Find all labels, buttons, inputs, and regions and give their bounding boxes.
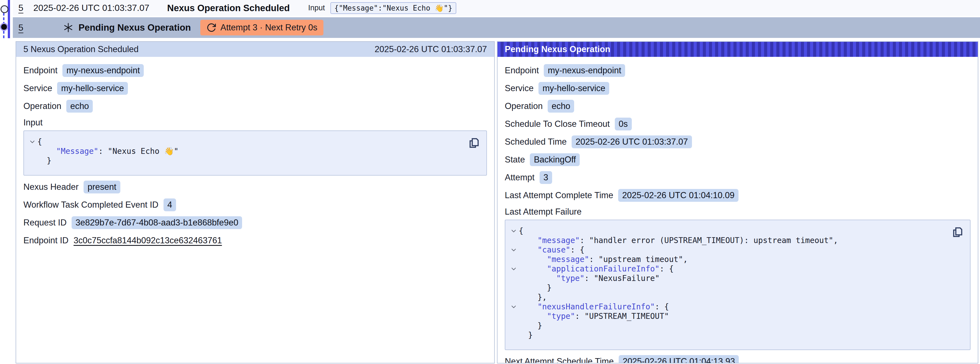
json-line-content: } — [519, 283, 552, 293]
field-row-nexus-header: Nexus Headerpresent — [24, 180, 487, 193]
field-label: Last Attempt Complete Time — [505, 190, 613, 200]
collapse-chevron-icon[interactable] — [509, 265, 519, 273]
json-text: : "Nexus Echo 👋" — [98, 147, 178, 156]
event-id-link[interactable]: 5 — [18, 3, 24, 13]
json-line: } — [27, 156, 467, 166]
event-input-label: Input — [308, 4, 325, 12]
json-line-content: "nexusHandlerFailureInfo": { — [519, 302, 669, 311]
event-detail-header-time: 2025-02-26 UTC 01:03:37.07 — [375, 44, 487, 54]
json-line: } — [509, 321, 950, 330]
pending-detail-panel: Pending Nexus Operation Endpointmy-nexus… — [497, 41, 978, 364]
copy-button[interactable] — [951, 226, 964, 239]
json-line: "applicationFailureInfo": { — [509, 264, 950, 274]
json-key: "nexusHandlerFailureInfo" — [537, 302, 655, 311]
collapse-chevron-icon[interactable] — [509, 246, 519, 254]
field-row-schedule-to-close-timeout: Schedule To Close Timeout0s — [505, 118, 970, 131]
json-line: { — [27, 137, 467, 147]
field-value-badge: 3e829b7e-7d67-4b08-aad3-b1e868bfe9e0 — [72, 216, 242, 229]
field-label: Last Attempt Failure — [505, 207, 582, 217]
json-text: } — [47, 156, 51, 165]
collapse-chevron-icon[interactable] — [509, 303, 519, 310]
field-row-endpoint: Endpointmy-nexus-endpoint — [24, 64, 487, 77]
field-value-badge: 3 — [539, 171, 552, 184]
json-text: }, — [537, 293, 547, 302]
json-line: } — [509, 283, 950, 293]
json-line-content: } — [519, 330, 533, 340]
pending-title: Pending Nexus Operation — [78, 22, 191, 33]
pending-operation-row[interactable]: 5 Pending Nexus Operation Attempt 3 · Ne… — [13, 17, 980, 38]
timeline-event-dot-filled — [1, 24, 7, 30]
field-row-state: StateBackingOff — [505, 153, 970, 166]
json-text: { — [37, 137, 42, 146]
collapse-chevron-icon[interactable] — [27, 138, 37, 145]
collapse-chevron-icon[interactable] — [509, 227, 519, 235]
json-key: "applicationFailureInfo" — [547, 264, 660, 273]
json-line-content: "type": "NexusFailure" — [519, 274, 660, 283]
json-line: } — [509, 330, 950, 340]
field-label: Schedule To Close Timeout — [505, 119, 610, 129]
field-label: Scheduled Time — [505, 137, 566, 147]
field-row-scheduled-time: Scheduled Time2025-02-26 UTC 01:03:37.07 — [505, 136, 970, 148]
json-key: "type" — [547, 311, 575, 321]
copy-button[interactable] — [468, 137, 480, 149]
json-text: : "handler error (UPSTREAM_TIMEOUT): ups… — [580, 236, 838, 245]
json-key: "message" — [547, 255, 589, 264]
json-line-content: "message": "upstream timeout", — [519, 255, 688, 264]
json-line: "type": "UPSTREAM_TIMEOUT" — [509, 311, 950, 321]
json-line-content: "type": "UPSTREAM_TIMEOUT" — [519, 311, 669, 321]
json-line: }, — [509, 293, 950, 302]
field-value-badge: my-nexus-endpoint — [544, 64, 625, 77]
field-row-last-attempt-complete-time: Last Attempt Complete Time2025-02-26 UTC… — [505, 189, 970, 202]
json-line: "cause": { — [509, 245, 950, 255]
json-text: { — [519, 226, 523, 236]
json-line: "message": "handler error (UPSTREAM_TIME… — [509, 236, 950, 245]
json-line: "Message": "Nexus Echo 👋" — [27, 147, 467, 156]
json-line-content: "message": "handler error (UPSTREAM_TIME… — [519, 236, 838, 245]
json-line-content: { — [37, 137, 42, 147]
json-line: "message": "upstream timeout", — [509, 255, 950, 264]
retry-icon — [207, 22, 216, 33]
field-row-operation: Operationecho — [24, 100, 487, 113]
field-value-badge: 2025-02-26 UTC 01:04:10.09 — [618, 189, 738, 202]
field-value-badge: echo — [66, 100, 93, 113]
field-label: Input — [24, 118, 43, 128]
field-value-badge: BackingOff — [530, 153, 580, 166]
field-row-request-id: Request ID3e829b7e-7d67-4b08-aad3-b1e868… — [24, 216, 487, 229]
field-label: Endpoint — [24, 65, 57, 75]
field-value-badge: 2025-02-26 UTC 01:03:37.07 — [572, 136, 692, 148]
event-detail-header-title: 5 Nexus Operation Scheduled — [24, 44, 139, 54]
event-row-scheduled[interactable]: 5 2025-02-26 UTC 01:03:37.07 Nexus Opera… — [13, 0, 980, 16]
json-key: "type" — [556, 274, 584, 283]
field-value-badge: echo — [548, 100, 574, 113]
json-text: : { — [660, 264, 674, 273]
json-text: } — [547, 283, 552, 292]
timeline-active-bar — [8, 0, 10, 38]
endpoint-id-link[interactable]: 3c0c75ccfa8144b092c13ce632463761 — [73, 236, 222, 246]
pending-detail-body: Endpointmy-nexus-endpointServicemy-hello… — [498, 57, 978, 364]
field-label: State — [505, 155, 525, 165]
field-value-badge: my-hello-service — [57, 82, 128, 95]
input-json-block: {"Message": "Nexus Echo 👋"} — [24, 131, 487, 176]
field-value-badge: my-nexus-endpoint — [62, 64, 144, 77]
pending-detail-header: Pending Nexus Operation — [498, 42, 978, 57]
field-row-service: Servicemy-hello-service — [24, 82, 487, 95]
pending-detail-header-title: Pending Nexus Operation — [505, 44, 610, 54]
json-line: "type": "NexusFailure" — [509, 274, 950, 283]
field-value-badge: 2025-02-26 UTC 01:04:13.93 — [619, 355, 739, 364]
field-row-attempt: Attempt3 — [505, 171, 970, 184]
event-input-preview-badge: {"Message":"Nexus Echo 👋"} — [330, 2, 456, 14]
json-text: : { — [655, 302, 669, 311]
field-label: Next Attempt Schedule Time — [505, 356, 614, 364]
json-text: : "upstream timeout", — [589, 255, 688, 264]
pending-id-link[interactable]: 5 — [18, 22, 24, 33]
field-row-workflow-task-completed-event-id: Workflow Task Completed Event ID4 — [24, 198, 487, 211]
timeline-event-dot-open — [0, 5, 8, 13]
json-text: } — [528, 330, 533, 340]
json-text: : "UPSTREAM_TIMEOUT" — [575, 311, 669, 321]
pending-asterisk-icon — [63, 22, 73, 33]
json-key: "cause" — [537, 245, 570, 254]
json-line: "nexusHandlerFailureInfo": { — [509, 302, 950, 311]
json-line-content: } — [519, 321, 542, 330]
failure-json-block: {"message": "handler error (UPSTREAM_TIM… — [505, 220, 970, 350]
json-line-content: "Message": "Nexus Echo 👋" — [37, 147, 178, 156]
